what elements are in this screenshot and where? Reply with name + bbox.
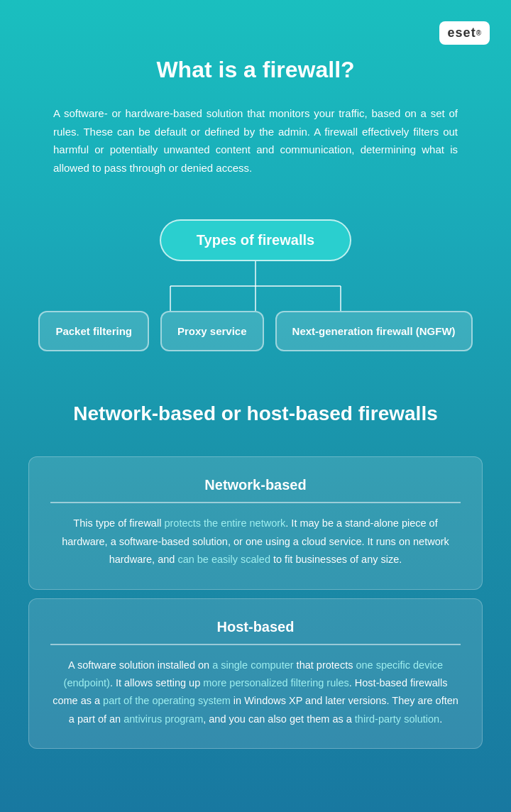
network-based-card-title: Network-based — [50, 477, 461, 503]
host-link-single-computer[interactable]: a single computer — [212, 659, 293, 671]
diagram-node-ngfw: Next-generation firewall (NGFW) — [275, 311, 473, 351]
eset-logo: eset ® — [439, 21, 490, 45]
network-link-entire[interactable]: protects the entire network — [164, 517, 285, 529]
diagram-children: Packet filtering Proxy service Next-gene… — [38, 311, 472, 351]
packet-filtering-label: Packet filtering — [55, 325, 132, 337]
intro-text: A software- or hardware-based solution t… — [0, 104, 511, 205]
host-based-card-title: Host-based — [50, 619, 461, 645]
ngfw-label: Next-generation firewall (NGFW) — [292, 325, 456, 337]
host-link-third-party[interactable]: third-party solution — [355, 713, 439, 725]
diagram-node-proxy-service: Proxy service — [160, 311, 264, 351]
network-based-card-body: This type of firewall protects the entir… — [50, 515, 461, 569]
host-link-os[interactable]: part of the operating system — [103, 695, 231, 706]
page-title: What is a firewall? — [0, 0, 511, 104]
section2-heading: Network-based or host-based firewalls — [0, 380, 511, 448]
host-based-card-body: A software solution installed on a singl… — [50, 657, 461, 729]
diagram-node-packet-filtering: Packet filtering — [38, 311, 149, 351]
diagram-root-node: Types of firewalls — [160, 219, 351, 261]
proxy-service-label: Proxy service — [177, 325, 247, 337]
diagram-connector-svg — [114, 261, 397, 311]
host-based-card: Host-based A software solution installed… — [28, 598, 483, 750]
diagram-lines — [114, 261, 397, 311]
network-link-scaled[interactable]: can be easily scaled — [177, 554, 270, 565]
network-based-card: Network-based This type of firewall prot… — [28, 456, 483, 589]
diagram-section: Types of firewalls Packet filtering Prox… — [0, 205, 511, 380]
diagram-root-label: Types of firewalls — [197, 232, 314, 248]
host-link-filtering-rules[interactable]: more personalized filtering rules — [203, 677, 349, 688]
host-link-antivirus[interactable]: antivirus program — [123, 713, 203, 725]
eset-logo-text: eset — [448, 26, 476, 40]
